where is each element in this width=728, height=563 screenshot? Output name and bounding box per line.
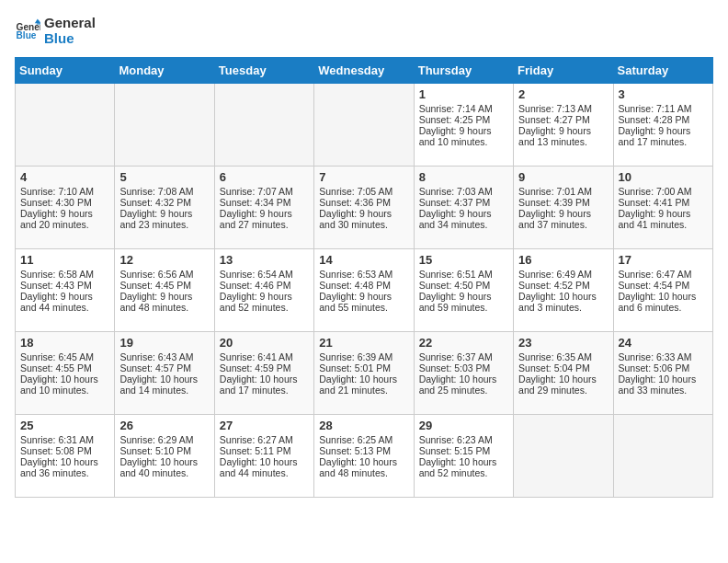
day-number: 26 [119,419,209,432]
day-number: 15 [419,253,508,267]
logo: General Blue General Blue [15,15,96,46]
sunrise-text: Sunrise: 6:51 AM [419,269,508,280]
sunset-text: Sunset: 4:25 PM [419,114,508,125]
daylight-text: Daylight: 10 hours and 52 minutes. [419,456,508,478]
day-number: 19 [119,336,209,350]
calendar-cell: 14Sunrise: 6:53 AMSunset: 4:48 PMDayligh… [314,249,414,332]
calendar-cell: 3Sunrise: 7:11 AMSunset: 4:28 PMDaylight… [613,84,712,167]
daylight-text: Daylight: 9 hours and 37 minutes. [518,208,608,230]
sunrise-text: Sunrise: 7:03 AM [419,186,508,197]
sunrise-text: Sunrise: 7:10 AM [20,186,109,197]
sunrise-text: Sunrise: 6:33 AM [619,351,708,362]
day-number: 11 [20,253,109,267]
daylight-text: Daylight: 9 hours and 23 minutes. [119,208,209,230]
sunset-text: Sunset: 4:32 PM [119,197,209,208]
sunrise-text: Sunrise: 6:47 AM [619,269,708,280]
day-number: 24 [619,336,708,350]
sunrise-text: Sunrise: 6:54 AM [220,269,309,280]
sunrise-text: Sunrise: 6:58 AM [20,269,109,280]
calendar-cell: 10Sunrise: 7:00 AMSunset: 4:41 PMDayligh… [613,167,712,249]
calendar-cell [514,415,613,498]
day-header-friday: Friday [514,58,613,84]
daylight-text: Daylight: 9 hours and 13 minutes. [518,125,608,147]
logo-blue: Blue [44,30,96,46]
sunset-text: Sunset: 4:57 PM [119,362,209,373]
day-number: 10 [619,170,708,184]
calendar-cell: 11Sunrise: 6:58 AMSunset: 4:43 PMDayligh… [16,249,115,332]
daylight-text: Daylight: 10 hours and 25 minutes. [419,373,508,396]
day-number: 22 [419,336,508,350]
calendar-cell: 2Sunrise: 7:13 AMSunset: 4:27 PMDaylight… [514,84,613,167]
calendar-cell: 6Sunrise: 7:07 AMSunset: 4:34 PMDaylight… [214,167,313,249]
day-number: 9 [518,170,608,184]
calendar-cell: 27Sunrise: 6:27 AMSunset: 5:11 PMDayligh… [214,415,313,498]
sunset-text: Sunset: 4:37 PM [419,197,508,208]
sunset-text: Sunset: 4:41 PM [619,197,708,208]
week-row-3: 11Sunrise: 6:58 AMSunset: 4:43 PMDayligh… [16,249,713,332]
calendar-cell [214,84,313,167]
sunset-text: Sunset: 5:04 PM [518,362,608,373]
calendar-cell: 22Sunrise: 6:37 AMSunset: 5:03 PMDayligh… [414,332,513,415]
calendar-cell: 21Sunrise: 6:39 AMSunset: 5:01 PMDayligh… [314,332,414,415]
sunrise-text: Sunrise: 6:43 AM [119,351,209,362]
sunset-text: Sunset: 4:50 PM [419,280,508,291]
day-number: 14 [319,253,408,267]
daylight-text: Daylight: 9 hours and 34 minutes. [419,208,508,230]
day-number: 17 [619,253,708,267]
sunset-text: Sunset: 4:55 PM [20,362,109,373]
day-header-wednesday: Wednesday [314,58,414,84]
day-number: 5 [119,170,209,184]
calendar-cell [115,84,214,167]
sunrise-text: Sunrise: 7:11 AM [619,103,708,114]
calendar-cell: 13Sunrise: 6:54 AMSunset: 4:46 PMDayligh… [214,249,313,332]
calendar-cell: 5Sunrise: 7:08 AMSunset: 4:32 PMDaylight… [115,167,214,249]
daylight-text: Daylight: 10 hours and 21 minutes. [319,373,408,396]
week-row-5: 25Sunrise: 6:31 AMSunset: 5:08 PMDayligh… [16,415,713,498]
sunrise-text: Sunrise: 7:13 AM [518,103,608,114]
sunset-text: Sunset: 4:59 PM [220,362,309,373]
daylight-text: Daylight: 9 hours and 44 minutes. [20,291,109,313]
day-number: 1 [419,87,508,101]
sunrise-text: Sunrise: 6:56 AM [119,269,209,280]
daylight-text: Daylight: 10 hours and 36 minutes. [20,456,109,478]
daylight-text: Daylight: 9 hours and 10 minutes. [419,125,508,147]
day-number: 8 [419,170,508,184]
sunset-text: Sunset: 4:45 PM [119,280,209,291]
calendar-cell: 24Sunrise: 6:33 AMSunset: 5:06 PMDayligh… [613,332,712,415]
calendar-cell: 19Sunrise: 6:43 AMSunset: 4:57 PMDayligh… [115,332,214,415]
calendar-cell: 1Sunrise: 7:14 AMSunset: 4:25 PMDaylight… [414,84,513,167]
day-number: 29 [419,419,508,432]
day-header-saturday: Saturday [613,58,712,84]
sunset-text: Sunset: 5:08 PM [20,445,109,456]
sunrise-text: Sunrise: 7:08 AM [119,186,209,197]
day-header-monday: Monday [115,58,214,84]
daylight-text: Daylight: 9 hours and 55 minutes. [319,291,408,313]
day-number: 2 [518,87,608,101]
sunrise-text: Sunrise: 6:29 AM [119,434,209,445]
calendar-cell: 20Sunrise: 6:41 AMSunset: 4:59 PMDayligh… [214,332,313,415]
calendar-cell: 4Sunrise: 7:10 AMSunset: 4:30 PMDaylight… [16,167,115,249]
week-row-4: 18Sunrise: 6:45 AMSunset: 4:55 PMDayligh… [16,332,713,415]
day-number: 27 [220,419,309,432]
daylight-text: Daylight: 10 hours and 14 minutes. [119,373,209,396]
sunrise-text: Sunrise: 7:14 AM [419,103,508,114]
daylight-text: Daylight: 9 hours and 30 minutes. [319,208,408,230]
sunrise-text: Sunrise: 6:23 AM [419,434,508,445]
day-number: 12 [119,253,209,267]
sunset-text: Sunset: 5:11 PM [220,445,309,456]
day-header-tuesday: Tuesday [214,58,313,84]
sunrise-text: Sunrise: 6:25 AM [319,434,408,445]
sunrise-text: Sunrise: 6:53 AM [319,269,408,280]
daylight-text: Daylight: 9 hours and 20 minutes. [20,208,109,230]
daylight-text: Daylight: 10 hours and 40 minutes. [119,456,209,478]
week-row-1: 1Sunrise: 7:14 AMSunset: 4:25 PMDaylight… [16,84,713,167]
calendar-cell: 7Sunrise: 7:05 AMSunset: 4:36 PMDaylight… [314,167,414,249]
sunrise-text: Sunrise: 6:41 AM [220,351,309,362]
day-number: 20 [220,336,309,350]
calendar-cell: 25Sunrise: 6:31 AMSunset: 5:08 PMDayligh… [16,415,115,498]
daylight-text: Daylight: 9 hours and 48 minutes. [119,291,209,313]
daylight-text: Daylight: 9 hours and 41 minutes. [619,208,708,230]
sunset-text: Sunset: 4:46 PM [220,280,309,291]
calendar-cell [16,84,115,167]
calendar-cell: 9Sunrise: 7:01 AMSunset: 4:39 PMDaylight… [514,167,613,249]
